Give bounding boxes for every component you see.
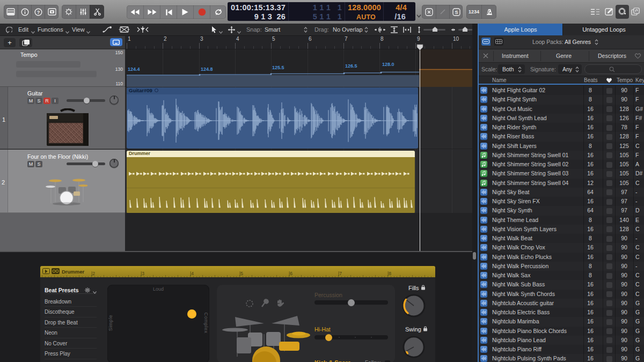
svg-text:S: S [455,10,458,15]
svg-text:126.5: 126.5 [345,63,357,69]
svg-text:124.4: 124.4 [128,67,140,72]
svg-text:125.5: 125.5 [272,65,284,70]
svg-text:128.0: 128.0 [382,62,394,67]
svg-text:?: ? [36,10,40,15]
svg-text:124.8: 124.8 [201,67,213,72]
